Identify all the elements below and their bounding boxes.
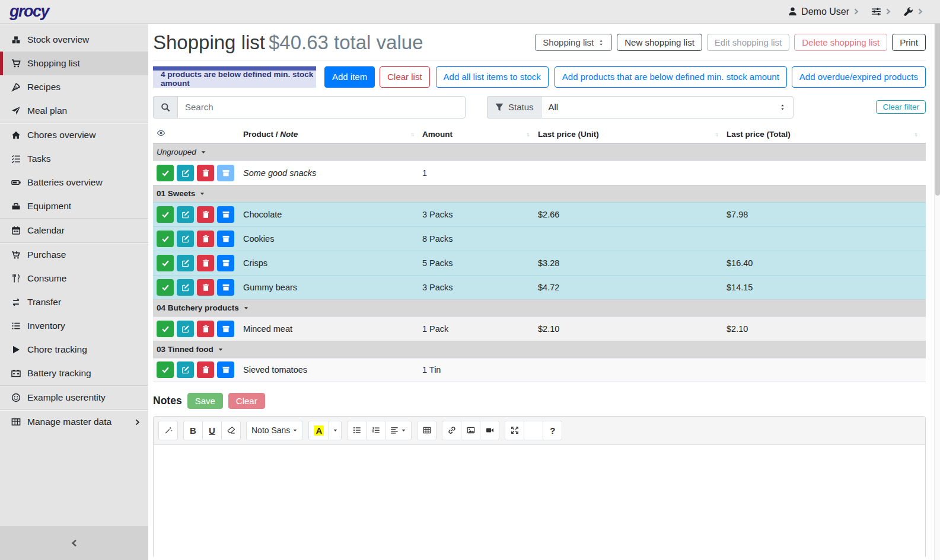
admin-tools-menu[interactable] [903,7,923,17]
delete-item-button[interactable] [197,361,214,378]
insert-video-button[interactable] [480,421,499,440]
status-select[interactable]: All [541,96,794,119]
delete-item-button[interactable] [197,255,214,271]
sidebar-item-recipes[interactable]: Recipes [0,75,148,99]
product-details-button[interactable] [217,361,234,378]
group-header-01-sweets[interactable]: 01 Sweets [153,185,926,202]
insert-table-button[interactable] [417,421,436,440]
confirm-done-button[interactable] [157,361,174,378]
new-shopping-list-button[interactable]: New shopping list [617,34,702,51]
confirm-done-button[interactable] [157,206,174,223]
shopping-list-select[interactable]: Shopping list [535,34,612,51]
edit-item-button[interactable] [177,361,194,378]
sidebar-item-equipment[interactable]: Equipment [0,194,148,218]
delete-item-button[interactable] [197,206,214,223]
calendar-icon [10,226,22,235]
edit-item-button[interactable] [177,321,194,337]
product-details-button[interactable] [217,165,234,181]
sidebar-item-battery-tracking[interactable]: Battery tracking [0,361,148,385]
sidebar-item-transfer[interactable]: Transfer [0,290,148,314]
edit-item-button[interactable] [177,206,194,223]
font-color-glyph: A [314,425,324,436]
product-details-button[interactable] [217,255,234,271]
edit-item-button[interactable] [177,231,194,247]
confirm-done-button[interactable] [157,255,174,271]
group-name: Ungrouped [157,148,196,156]
trash-icon [202,210,210,219]
sidebar-item-chores-overview[interactable]: Chores overview [0,123,148,147]
add-item-button[interactable]: Add item [324,66,375,88]
column-header-amount[interactable]: Amount ↑↓ [422,130,538,139]
sidebar-item-label: Batteries overview [27,177,103,188]
magic-style-button[interactable] [158,421,178,440]
sidebar-item-chore-tracking[interactable]: Chore tracking [0,338,148,361]
app-logo[interactable]: grocy [9,2,49,21]
product-details-button[interactable] [217,279,234,296]
insert-picture-button[interactable] [461,421,480,440]
sidebar-item-stock-overview[interactable]: Stock overview [0,28,148,52]
confirm-done-button[interactable] [157,231,174,247]
delete-item-button[interactable] [197,165,214,181]
edit-item-button[interactable] [177,165,194,181]
check-icon [161,169,170,177]
insert-link-button[interactable] [442,421,461,440]
confirm-done-button[interactable] [157,279,174,296]
sidebar-item-purchase[interactable]: Purchase [0,243,148,267]
delete-shopping-list-button[interactable]: Delete shopping list [794,34,887,51]
sidebar-item-shopping-list[interactable]: Shopping list [0,52,148,75]
edit-shopping-list-button[interactable]: Edit shopping list [707,34,789,51]
sidebar-item-manage-master-data[interactable]: Manage master data [0,410,148,434]
ordered-list-button[interactable] [366,421,385,440]
notes-save-button[interactable]: Save [187,393,223,409]
group-header-04-butchery-products[interactable]: 04 Butchery products [153,299,926,316]
column-header-product[interactable]: Product / Note ↑↓ [243,130,422,139]
paragraph-style-button[interactable] [385,421,412,440]
sidebar-item-meal-plan[interactable]: Meal plan [0,99,148,123]
product-details-button[interactable] [217,321,234,337]
search-input[interactable] [177,96,466,119]
fullscreen-button[interactable] [505,421,524,440]
print-button[interactable]: Print [892,34,926,51]
product-details-button[interactable] [217,206,234,223]
editor-content-area[interactable] [154,445,925,560]
visibility-column-header[interactable] [153,129,243,139]
sidebar-item-calendar[interactable]: Calendar [0,219,148,242]
user-menu[interactable]: Demo User [788,7,859,17]
sidebar-item-example-userentity[interactable]: Example userentity [0,386,148,409]
sidebar-item-tasks[interactable]: Tasks [0,147,148,171]
edit-item-button[interactable] [177,279,194,296]
eraser-button[interactable] [221,421,241,440]
confirm-done-button[interactable] [157,321,174,337]
clear-filter-button[interactable]: Clear filter [876,100,926,114]
add-overdue-button[interactable]: Add overdue/expired products [792,66,926,88]
delete-item-button[interactable] [197,321,214,337]
column-header-price-unit[interactable]: Last price (Unit) ↑↓ [538,130,726,139]
group-header-ungrouped[interactable]: Ungrouped [153,143,926,161]
edit-item-button[interactable] [177,255,194,271]
delete-item-button[interactable] [197,279,214,296]
add-all-to-stock-button[interactable]: Add all list items to stock [436,66,549,88]
sidebar-item-consume[interactable]: Consume [0,267,148,290]
sidebar-item-batteries-overview[interactable]: Batteries overview [0,171,148,194]
sidebar-collapse-button[interactable] [0,526,148,560]
scrollbar-thumb[interactable] [935,0,940,196]
code-view-button[interactable] [524,421,543,440]
help-button[interactable]: ? [543,421,562,440]
delete-item-button[interactable] [197,231,214,247]
notes-clear-button[interactable]: Clear [228,393,265,409]
underline-button[interactable]: U [202,421,222,440]
text-color-button[interactable]: A [308,421,329,440]
clear-list-button[interactable]: Clear list [380,66,429,88]
group-header-03-tinned-food[interactable]: 03 Tinned food [153,341,926,358]
text-color-caret[interactable] [329,421,342,440]
column-header-price-total[interactable]: Last price (Total) ↑↓ [726,130,926,139]
updown-icon [779,103,786,111]
settings-menu[interactable] [871,7,891,17]
bold-button[interactable]: B [183,421,203,440]
sidebar-item-inventory[interactable]: Inventory [0,314,148,338]
unordered-list-button[interactable] [347,421,367,440]
font-name-select[interactable]: Noto Sans [246,421,303,440]
add-below-min-button[interactable]: Add products that are below defined min.… [555,66,787,88]
confirm-done-button[interactable] [157,165,174,181]
product-details-button[interactable] [217,231,234,247]
